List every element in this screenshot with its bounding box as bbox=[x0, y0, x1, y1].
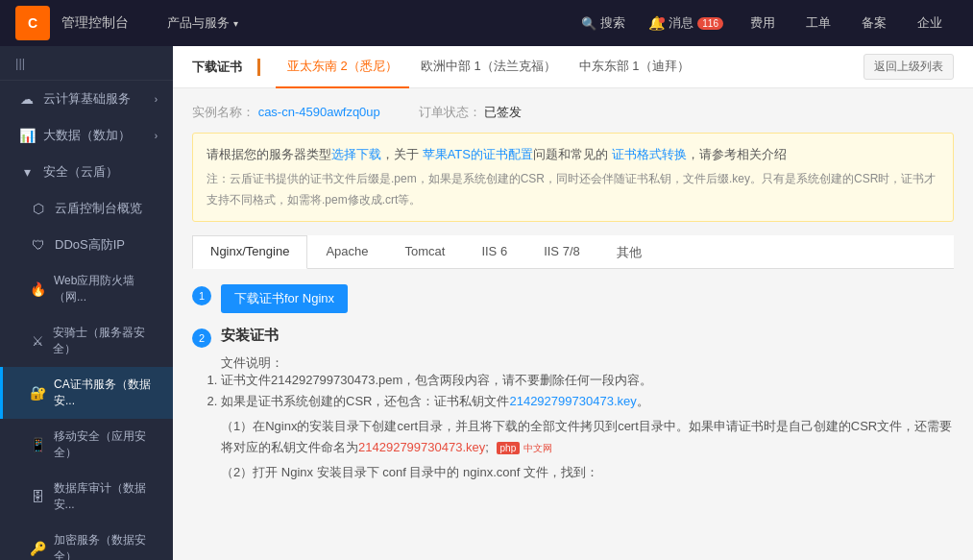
tab-nginx[interactable]: Nginx/Tengine bbox=[192, 235, 307, 269]
step2-item: 2 安装证书 文件说明： 证书文件214292799730473.pem，包含两… bbox=[192, 327, 954, 483]
bigdata-icon: 📊 bbox=[18, 128, 36, 143]
database-icon: 🗄 bbox=[30, 489, 46, 504]
sidebar-toggle[interactable]: ||| bbox=[0, 46, 173, 81]
message-count-badge: 116 bbox=[697, 17, 723, 30]
products-services-menu[interactable]: 产品与服务 ▾ bbox=[152, 0, 254, 46]
sidebar-item-db-audit[interactable]: 🗄 数据库审计（数据安... bbox=[0, 471, 173, 523]
sidebar-item-security[interactable]: ▾ 安全（云盾） bbox=[0, 154, 173, 190]
workorder-menu[interactable]: 工单 bbox=[791, 0, 846, 46]
notice-line2: 注：云盾证书提供的证书文件后缀是.pem，如果是系统创建的CSR，同时还会伴随证… bbox=[207, 169, 939, 210]
tab-frankfurt[interactable]: 欧洲中部 1（法兰克福） bbox=[409, 46, 568, 88]
tech-tabs: Nginx/Tengine Apache Tomcat IIS 6 IIS 7/… bbox=[192, 235, 954, 269]
sidebar-item-mobile-security[interactable]: 📱 移动安全（应用安全） bbox=[0, 419, 173, 471]
instance-name-field: 实例名称： cas-cn-4590awfzq0up bbox=[192, 104, 380, 121]
sidebar-item-ca[interactable]: 🔐 CA证书服务（数据安... bbox=[0, 367, 173, 419]
instance-info: 实例名称： cas-cn-4590awfzq0up 订单状态： 已签发 bbox=[192, 104, 954, 121]
ddos-icon: 🛡 bbox=[30, 237, 47, 253]
chevron-right-icon: › bbox=[155, 94, 158, 105]
file-desc-item-1: 证书文件214292799730473.pem，包含两段内容，请不要删除任何一段… bbox=[221, 372, 954, 389]
tab-iis78[interactable]: IIS 7/8 bbox=[525, 235, 598, 269]
cloud-icon: ☁ bbox=[18, 91, 36, 107]
content-body: 实例名称： cas-cn-4590awfzq0up 订单状态： 已签发 请根据您… bbox=[173, 88, 973, 512]
icp-menu[interactable]: 备案 bbox=[846, 0, 902, 46]
chevron-down-icon: ▾ bbox=[233, 18, 238, 29]
order-status-value: 已签发 bbox=[484, 105, 522, 119]
sidebar-item-knight[interactable]: ⚔ 安骑士（服务器安全） bbox=[0, 315, 173, 367]
tab-sydney[interactable]: 亚太东南 2（悉尼） bbox=[276, 46, 409, 88]
install-section: 安装证书 文件说明： 证书文件214292799730473.pem，包含两段内… bbox=[221, 327, 954, 483]
shield-icon: ▾ bbox=[18, 164, 36, 180]
main-content: 下载证书 亚太东南 2（悉尼） 欧洲中部 1（法兰克福） 中东东部 1（迪拜） … bbox=[173, 46, 973, 560]
main-layout: ||| ☁ 云计算基础服务 › 📊 大数据（数加） › ▾ 安全（云盾） ⬡ 云… bbox=[0, 46, 973, 560]
download-link[interactable]: 选择下载 bbox=[331, 147, 381, 161]
tab-apache[interactable]: Apache bbox=[307, 235, 386, 269]
tab-tomcat[interactable]: Tomcat bbox=[386, 235, 463, 269]
key-file-link[interactable]: 214292799730473.key bbox=[509, 394, 636, 408]
sword-icon: ⚔ bbox=[30, 333, 45, 349]
instance-name-value[interactable]: cas-cn-4590awfzq0up bbox=[258, 105, 380, 119]
key-icon: 🔑 bbox=[30, 541, 46, 556]
download-nginx-button[interactable]: 下载证书for Nginx bbox=[221, 284, 348, 313]
install-step-2: （2）打开 Nginx 安装目录下 conf 目录中的 nginx.conf 文… bbox=[221, 462, 954, 483]
file-description: 文件说明： 证书文件214292799730473.pem，包含两段内容，请不要… bbox=[221, 354, 954, 410]
back-to-list-button[interactable]: 返回上级列表 bbox=[864, 54, 954, 80]
file-desc-item-2: 如果是证书系统创建的CSR，还包含：证书私钥文件214292799730473.… bbox=[221, 393, 954, 410]
mobile-icon: 📱 bbox=[30, 437, 46, 452]
tab-iis6[interactable]: IIS 6 bbox=[463, 235, 525, 269]
install-title: 安装证书 bbox=[221, 327, 954, 345]
sidebar-item-encryption[interactable]: 🔑 加密服务（数据安全） bbox=[0, 523, 173, 560]
step1-item: 1 下载证书for Nginx bbox=[192, 284, 954, 313]
step1-circle: 1 bbox=[192, 286, 211, 305]
messages-button[interactable]: 🔔 消息 116 bbox=[637, 0, 735, 46]
step2-circle: 2 bbox=[192, 329, 211, 348]
install-step-1: （1）在Nginx的安装目录下创建cert目录，并且将下载的全部文件拷贝到cer… bbox=[221, 416, 954, 458]
billing-menu[interactable]: 费用 bbox=[735, 0, 791, 46]
tab-other[interactable]: 其他 bbox=[598, 235, 660, 269]
certificate-icon: 🔐 bbox=[30, 385, 46, 401]
top-navigation: C 管理控制台 产品与服务 ▾ 🔍 搜索 🔔 消息 116 费用 工单 备案 企… bbox=[0, 0, 973, 46]
chevron-right-icon: › bbox=[155, 131, 158, 141]
sidebar-item-cloud-compute[interactable]: ☁ 云计算基础服务 › bbox=[0, 81, 173, 117]
search-icon: 🔍 bbox=[581, 16, 596, 31]
notice-box: 请根据您的服务器类型选择下载，关于 苹果ATS的证书配置问题和常见的 证书格式转… bbox=[192, 133, 954, 222]
fire-icon: 🔥 bbox=[30, 281, 46, 297]
brand-logo: C bbox=[15, 6, 50, 40]
php-china-badge: php bbox=[497, 442, 521, 454]
enterprise-menu[interactable]: 企业 bbox=[902, 0, 958, 46]
search-button[interactable]: 🔍 搜索 bbox=[570, 0, 637, 46]
section-title: 下载证书 bbox=[192, 59, 260, 76]
php-china-label: 中文网 bbox=[523, 443, 552, 453]
sidebar-item-ddos[interactable]: 🛡 DDoS高防IP bbox=[0, 227, 173, 263]
tab-dubai[interactable]: 中东东部 1（迪拜） bbox=[568, 46, 701, 88]
sidebar-item-shield-overview[interactable]: ⬡ 云盾控制台概览 bbox=[0, 190, 173, 227]
hexagon-icon: ⬡ bbox=[30, 201, 47, 216]
sub-tab-bar: 下载证书 亚太东南 2（悉尼） 欧洲中部 1（法兰克福） 中东东部 1（迪拜） … bbox=[173, 46, 973, 88]
apple-ats-link[interactable]: 苹果ATS的证书配置 bbox=[423, 147, 533, 161]
notice-line1: 请根据您的服务器类型选择下载，关于 苹果ATS的证书配置问题和常见的 证书格式转… bbox=[207, 143, 939, 165]
sidebar-item-waf[interactable]: 🔥 Web应用防火墙（网... bbox=[0, 263, 173, 315]
console-title: 管理控制台 bbox=[61, 14, 129, 32]
order-status-field: 订单状态： 已签发 bbox=[419, 104, 523, 121]
sidebar-item-bigdata[interactable]: 📊 大数据（数加） › bbox=[0, 117, 173, 154]
cert-format-link[interactable]: 证书格式转换 bbox=[612, 147, 687, 161]
sidebar: ||| ☁ 云计算基础服务 › 📊 大数据（数加） › ▾ 安全（云盾） ⬡ 云… bbox=[0, 46, 173, 560]
